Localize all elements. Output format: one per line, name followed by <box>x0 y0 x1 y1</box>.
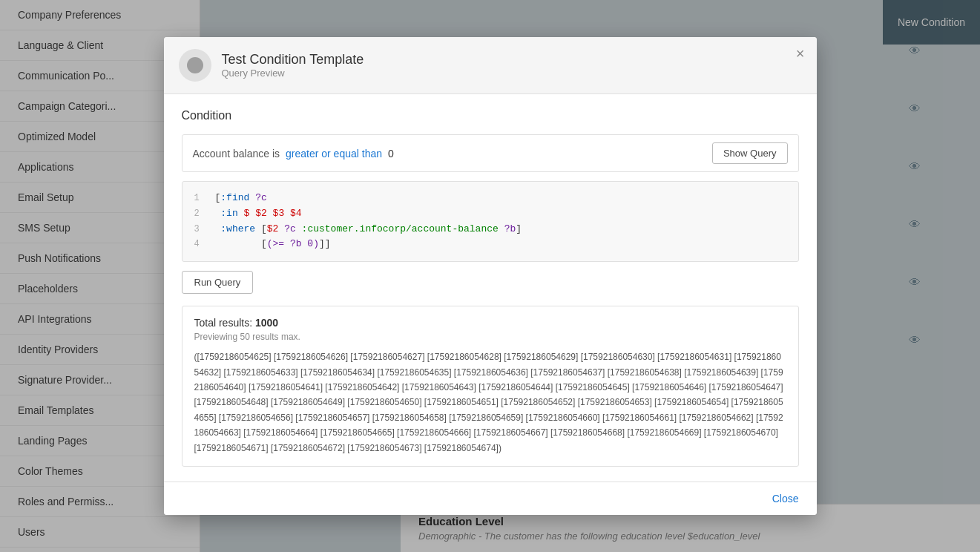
code-line-2: 2 :in $ $2 $3 $4 <box>194 206 786 222</box>
condition-bar: Account balance is greater or equal than… <box>182 134 799 172</box>
code-text-2: :in $ $2 $3 $4 <box>215 206 302 222</box>
results-data: ([17592186054625] [17592186054626] [1759… <box>194 349 786 456</box>
show-query-button[interactable]: Show Query <box>712 142 788 164</box>
modal-title: Test Condition Template <box>222 52 364 68</box>
modal-icon-inner <box>187 57 203 73</box>
modal-icon <box>179 49 211 82</box>
condition-section-title: Condition <box>182 109 799 122</box>
modal-subtitle: Query Preview <box>222 68 364 79</box>
line-num-1: 1 <box>194 191 215 206</box>
modal-dialog: Test Condition Template Query Preview × … <box>164 37 817 515</box>
line-num-4: 4 <box>194 237 215 252</box>
condition-value: 0 <box>388 148 394 160</box>
code-text-1: [:find ?c <box>215 191 267 206</box>
code-block: 1 [:find ?c 2 :in $ $2 $3 $4 3 :where [$… <box>182 181 799 262</box>
preview-label: Previewing 50 results max. <box>194 332 786 342</box>
total-results-label: Total results: 1000 <box>194 317 786 329</box>
modal-close-button[interactable]: × <box>796 46 805 61</box>
run-query-button[interactable]: Run Query <box>182 271 254 294</box>
condition-label: Account balance is <box>193 148 280 160</box>
code-line-3: 3 :where [$2 ?c :customer.infocorp/accou… <box>194 222 786 237</box>
total-results-count: 1000 <box>255 317 278 329</box>
results-section: Total results: 1000 Previewing 50 result… <box>182 306 799 467</box>
modal-footer-close-button[interactable]: Close <box>772 493 799 505</box>
code-line-4: 4 [(>= ?b 0)]] <box>194 237 786 252</box>
line-num-3: 3 <box>194 222 215 237</box>
code-text-3: :where [$2 ?c :customer.infocorp/account… <box>215 222 522 237</box>
modal-body: Condition Account balance is greater or … <box>164 94 817 482</box>
modal-title-block: Test Condition Template Query Preview <box>222 52 364 79</box>
modal-header: Test Condition Template Query Preview × <box>164 37 817 94</box>
code-text-4: [(>= ?b 0)]] <box>215 237 331 252</box>
modal-footer: Close <box>164 482 817 515</box>
code-line-1: 1 [:find ?c <box>194 191 786 206</box>
condition-operator-link[interactable]: greater or equal than <box>286 148 382 160</box>
modal-overlay: Test Condition Template Query Preview × … <box>0 0 980 552</box>
line-num-2: 2 <box>194 206 215 222</box>
